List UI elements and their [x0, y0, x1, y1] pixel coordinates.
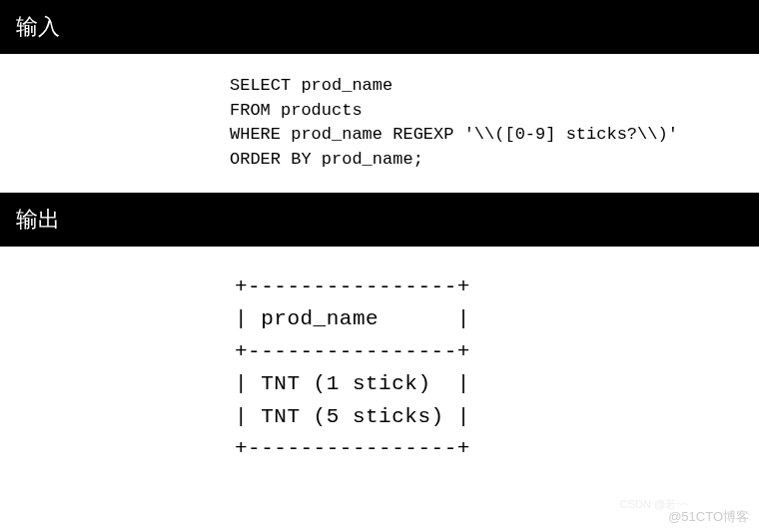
sql-line-1: SELECT prod_name — [230, 76, 392, 95]
sql-line-3: WHERE prod_name REGEXP '\\([0-9] sticks?… — [230, 125, 678, 144]
table-border-mid: +----------------+ — [235, 340, 470, 363]
sql-line-4: ORDER BY prod_name; — [230, 150, 423, 169]
table-row-1: | TNT (1 stick) | — [235, 372, 470, 395]
output-header-label: 输出 — [16, 207, 60, 232]
input-header-label: 输入 — [16, 14, 60, 39]
watermark-main: @51CTO博客 — [668, 508, 749, 526]
input-section-header: 输入 — [0, 0, 759, 54]
sql-code-block: SELECT prod_name FROM products WHERE pro… — [0, 54, 759, 173]
table-header-row: | prod_name | — [235, 307, 470, 330]
output-result-table: +----------------+ | prod_name | +------… — [0, 247, 759, 466]
output-section-header: 输出 — [0, 193, 759, 247]
table-border-top: +----------------+ — [235, 275, 470, 298]
sql-line-2: FROM products — [230, 101, 363, 120]
table-border-bottom: +----------------+ — [235, 437, 470, 460]
table-row-2: | TNT (5 sticks) | — [235, 405, 470, 428]
